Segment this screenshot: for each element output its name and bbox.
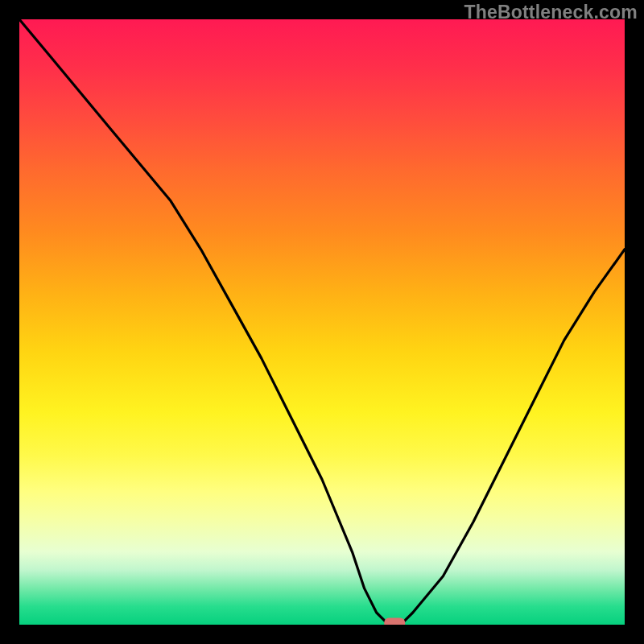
attribution-label: TheBottleneck.com <box>464 2 638 23</box>
chart-frame: TheBottleneck.com <box>0 0 644 644</box>
optimum-marker <box>384 618 405 625</box>
plot-area <box>19 19 625 625</box>
curve-overlay <box>19 19 625 625</box>
bottleneck-curve <box>19 19 625 625</box>
